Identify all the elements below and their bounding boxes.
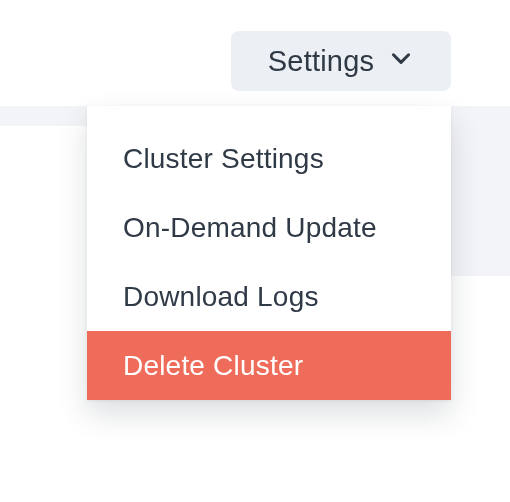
settings-button-label: Settings <box>268 45 374 78</box>
menu-item-cluster-settings[interactable]: Cluster Settings <box>87 124 451 193</box>
settings-button[interactable]: Settings <box>231 31 451 91</box>
settings-menu: Cluster Settings On-Demand Update Downlo… <box>87 106 451 400</box>
menu-item-delete-cluster[interactable]: Delete Cluster <box>87 331 451 400</box>
menu-item-download-logs[interactable]: Download Logs <box>87 262 451 331</box>
chevron-down-icon <box>388 45 414 78</box>
menu-item-on-demand-update[interactable]: On-Demand Update <box>87 193 451 262</box>
menu-item-label: On-Demand Update <box>123 212 377 243</box>
menu-item-label: Cluster Settings <box>123 143 324 174</box>
menu-item-label: Delete Cluster <box>123 350 303 381</box>
menu-item-label: Download Logs <box>123 281 319 312</box>
